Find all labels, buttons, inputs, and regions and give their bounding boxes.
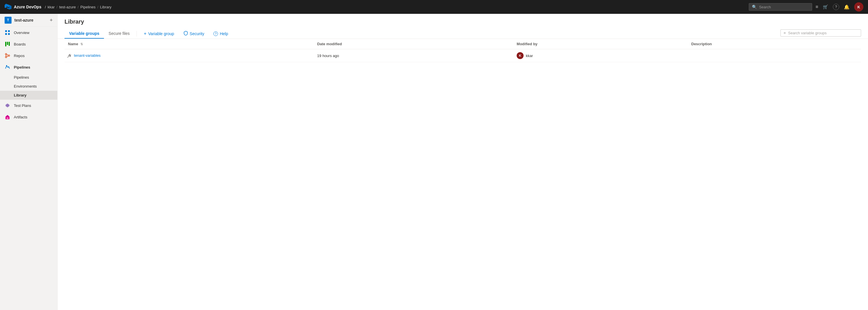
table-container: Name ⇅ Date modified Modified by Descrip… [58, 39, 868, 310]
column-modified-by-label: Modified by [517, 42, 537, 46]
column-description: Description [688, 39, 861, 49]
sidebar-item-environments[interactable]: Environments [0, 82, 57, 91]
add-project-button[interactable]: + [50, 18, 53, 23]
column-name-label: Name [68, 42, 78, 46]
svg-rect-2 [5, 33, 7, 35]
svg-rect-4 [5, 42, 6, 46]
sidebar-section-pipelines[interactable]: Pipelines [0, 61, 57, 73]
sidebar-project: T test-azure + [0, 14, 57, 27]
row-date-modified-cell: 19 hours ago [314, 49, 513, 62]
svg-rect-3 [8, 33, 10, 35]
sidebar-project-name[interactable]: T test-azure [5, 17, 33, 24]
tab-variable-groups-label: Variable groups [69, 31, 99, 36]
breadcrumb-sep: / [45, 5, 46, 9]
overview-icon [5, 30, 10, 35]
row-description-cell [688, 49, 861, 62]
svg-point-13 [6, 65, 7, 66]
table-header-row: Name ⇅ Date modified Modified by Descrip… [64, 39, 861, 49]
filter-icon: ≡ [784, 31, 786, 35]
svg-point-15 [6, 103, 9, 107]
sidebar: T test-azure + Overview [0, 14, 58, 310]
app-name: Azure DevOps [14, 5, 41, 9]
breadcrumb-project[interactable]: test-azure [59, 5, 76, 9]
tabs-bar: Variable groups Secure files + Variable … [64, 29, 861, 39]
project-avatar: T [5, 17, 11, 24]
svg-line-12 [7, 56, 8, 57]
boards-icon [5, 41, 10, 47]
global-search[interactable]: 🔍 [749, 3, 812, 11]
sidebar-item-artifacts[interactable]: Artifacts [0, 111, 57, 123]
topnav-icons: ≡ 🛒 ? 🔔 K [815, 2, 863, 11]
svg-rect-6 [9, 42, 10, 46]
page-title: Library [64, 19, 861, 25]
modified-by-container: K kkar [517, 52, 684, 59]
svg-line-11 [7, 55, 8, 55]
svg-rect-1 [8, 30, 10, 32]
modifier-avatar: K [517, 52, 524, 59]
breadcrumb-org[interactable]: kkar [48, 5, 55, 9]
column-name: Name ⇅ [64, 39, 314, 49]
sidebar-item-environments-label: Environments [14, 84, 37, 88]
sidebar-item-library[interactable]: Library [0, 91, 57, 100]
security-label: Security [190, 31, 205, 36]
breadcrumb-sep4: / [97, 5, 98, 9]
svg-rect-5 [7, 42, 8, 45]
search-variable-groups[interactable]: ≡ Search variable groups [780, 29, 861, 37]
top-navigation: Azure DevOps / kkar / test-azure / Pipel… [0, 0, 868, 14]
security-icon [183, 31, 188, 36]
add-variable-group-label: Variable group [148, 31, 174, 36]
column-description-label: Description [691, 42, 712, 46]
add-variable-group-button[interactable]: + Variable group [139, 29, 179, 39]
sidebar-item-library-label: Library [14, 93, 27, 97]
table-row: 𝑓x tenant-variables 19 hours ago K kkar [64, 49, 861, 62]
breadcrumb-page[interactable]: Library [100, 5, 112, 9]
modifier-name: kkar [526, 54, 533, 58]
sidebar-item-pipelines[interactable]: Pipelines [0, 73, 57, 82]
svg-rect-17 [7, 118, 8, 119]
breadcrumb-section[interactable]: Pipelines [80, 5, 96, 9]
search-input[interactable] [759, 5, 809, 9]
security-button[interactable]: Security [179, 29, 209, 39]
sidebar-item-repos-label: Repos [14, 54, 25, 58]
azure-devops-logo-icon [5, 3, 11, 10]
svg-rect-0 [5, 30, 7, 32]
row-modified-by-cell: K kkar [513, 49, 688, 62]
search-icon: 🔍 [752, 5, 757, 9]
sidebar-item-artifacts-label: Artifacts [14, 115, 27, 119]
sidebar-item-overview-label: Overview [14, 31, 29, 35]
variable-groups-table: Name ⇅ Date modified Modified by Descrip… [64, 39, 861, 62]
column-date-modified: Date modified [314, 39, 513, 49]
sidebar-project-label: test-azure [14, 18, 33, 23]
pipelines-icon [5, 64, 10, 70]
breadcrumb-sep3: / [78, 5, 79, 9]
notifications-icon[interactable]: 🔔 [844, 4, 849, 10]
settings-icon[interactable]: ≡ [815, 4, 818, 9]
user-avatar[interactable]: K [854, 2, 863, 11]
column-date-modified-label: Date modified [317, 42, 342, 46]
row-date-modified: 19 hours ago [317, 54, 339, 58]
help-button[interactable]: ? Help [209, 29, 233, 38]
sidebar-item-repos[interactable]: Repos [0, 50, 57, 61]
sort-icon[interactable]: ⇅ [80, 42, 83, 46]
row-name-link[interactable]: tenant-variables [74, 53, 101, 58]
tab-variable-groups[interactable]: Variable groups [64, 29, 104, 39]
sidebar-item-boards-label: Boards [14, 42, 26, 46]
svg-point-8 [5, 57, 7, 58]
help-icon[interactable]: ? [833, 4, 839, 10]
sidebar-item-boards[interactable]: Boards [0, 38, 57, 50]
artifacts-icon [5, 114, 10, 120]
sidebar-item-pipelines-label: Pipelines [14, 75, 29, 80]
column-modified-by: Modified by [513, 39, 688, 49]
breadcrumb-sep2: / [57, 5, 58, 9]
sidebar-item-test-plans[interactable]: Test Plans [0, 100, 57, 111]
app-logo[interactable]: Azure DevOps [5, 3, 41, 10]
test-plans-icon [5, 102, 10, 108]
search-variable-groups-placeholder: Search variable groups [788, 31, 827, 35]
svg-point-9 [8, 55, 10, 57]
breadcrumb: / kkar / test-azure / Pipelines / Librar… [45, 5, 112, 9]
sidebar-item-overview[interactable]: Overview [0, 27, 57, 38]
main-layout: T test-azure + Overview [0, 14, 868, 310]
sidebar-item-test-plans-label: Test Plans [14, 103, 31, 108]
marketplace-icon[interactable]: 🛒 [823, 4, 828, 9]
tab-secure-files[interactable]: Secure files [104, 29, 134, 39]
